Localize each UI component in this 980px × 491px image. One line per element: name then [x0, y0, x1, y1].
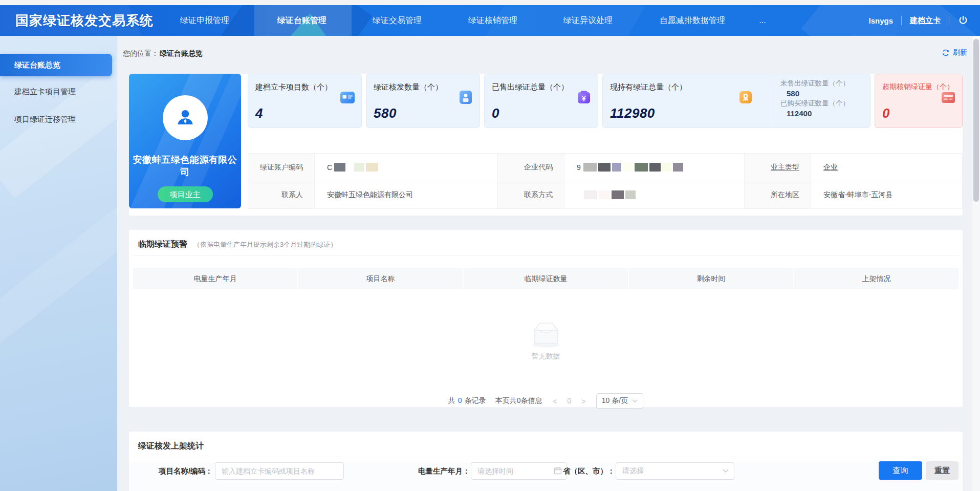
calendar-icon: [554, 466, 562, 475]
info-label: 联系方式: [498, 181, 564, 209]
next-page-button[interactable]: >: [580, 397, 587, 405]
redaction-block: [635, 163, 648, 172]
redaction-block: [662, 163, 671, 172]
redaction-block: [583, 163, 597, 172]
info-label: 业主类型: [745, 154, 811, 181]
chevron-down-icon: [723, 469, 729, 473]
column-header: 电量生产年月: [133, 268, 297, 289]
logout-power-icon[interactable]: [957, 15, 969, 26]
query-button[interactable]: 查询: [879, 461, 922, 480]
total-count: 0: [458, 396, 462, 404]
section-title: 临期绿证预警: [138, 239, 187, 250]
nav-item-more[interactable]: ...: [759, 5, 766, 36]
redaction-block: [625, 190, 636, 199]
project-filter-label: 项目名称/编码：: [159, 462, 213, 480]
sub-stat-value: 112400: [780, 109, 870, 118]
username[interactable]: lsnygs: [868, 16, 893, 25]
sidebar-decor: [0, 188, 117, 349]
scrollbar-thumb[interactable]: [973, 39, 979, 202]
nav-item-cert-writeoff[interactable]: 绿证核销管理: [468, 5, 517, 36]
project-name-input[interactable]: [215, 462, 344, 480]
info-value-company-code: 9: [564, 154, 745, 181]
sidebar-item-cert-migration[interactable]: 项目绿证迁移管理: [0, 108, 117, 131]
info-label: 所在地区: [745, 181, 811, 209]
main-content: 您的位置：绿证台账总览 刷新: [117, 36, 980, 491]
redaction-block: [584, 190, 597, 199]
info-label: 绿证账户编码: [248, 154, 315, 181]
stat-card-overdue-writeoff: 超期核销绿证量（个） 0: [875, 74, 963, 128]
pagination: 共0条记录 本页共0条信息 < 0 > 10 条/页: [133, 392, 959, 410]
redaction-block: [673, 163, 683, 172]
stat-value: 0: [882, 105, 890, 121]
current-page[interactable]: 0: [567, 397, 571, 405]
sidebar-item-ledger-overview[interactable]: 绿证台账总览: [0, 54, 112, 76]
redaction-block: [612, 190, 624, 199]
medal-icon: [738, 90, 753, 105]
month-filter-label: 电量生产年月：: [418, 462, 470, 480]
idcard-icon: [340, 90, 355, 105]
stat-card-project-count: 建档立卡项目数（个） 4: [248, 74, 362, 128]
nav-item-cert-trading[interactable]: 绿证交易管理: [373, 5, 422, 36]
province-select[interactable]: 请选择: [616, 462, 734, 480]
info-label: 企业代码: [498, 154, 564, 181]
nav-item-cert-ledger[interactable]: 绿证台账管理: [277, 5, 326, 36]
stat-label: 现持有绿证总量（个）: [610, 82, 687, 92]
divider: [901, 16, 902, 25]
role-badge: 项目业主: [158, 186, 213, 202]
column-header: 剩余时间: [629, 268, 793, 289]
red-wallet-icon: [941, 90, 956, 105]
money-bag-icon: [576, 90, 592, 105]
refresh-button[interactable]: 刷新: [942, 48, 967, 57]
redaction-block: [354, 163, 364, 172]
redaction-block: [599, 190, 610, 199]
stat-label: 绿证核发数量（个）: [374, 82, 443, 92]
production-month-input[interactable]: [471, 462, 567, 480]
page-info: 本页共0条信息: [495, 396, 542, 405]
stat-value: 112980: [610, 105, 655, 121]
scrollbar-track[interactable]: [972, 36, 980, 491]
app-title: 国家绿证核发交易系统: [15, 5, 154, 36]
issue-stats-panel: 绿证核发上架统计 项目名称/编码： 电量生产年月： 省（区、市）： 请选择 查询…: [129, 432, 963, 491]
info-value-region: 安徽省-蚌埠市-五河县: [811, 181, 963, 209]
prev-page-button[interactable]: <: [551, 397, 558, 405]
stat-value: 0: [492, 105, 499, 121]
warning-table-header: 电量生产年月 项目名称 临期绿证数量 剩余时间 上架情况: [133, 268, 959, 289]
certificate-badge-icon: [458, 90, 473, 105]
refresh-icon: [942, 49, 950, 57]
avatar: [163, 95, 208, 140]
empty-state: 暂无数据: [133, 289, 959, 392]
column-header: 临期绿证数量: [464, 268, 628, 289]
stat-card-holding-total: 现持有绿证总量（个） 112980: [602, 74, 870, 128]
redaction-block: [366, 163, 378, 172]
info-value-contact: 安徽蚌五绿色能源有限公司: [315, 181, 498, 209]
section-note: （依据电量生产年月提示剩余3个月过期的绿证）: [193, 240, 337, 249]
redaction-block: [334, 163, 345, 172]
refresh-label: 刷新: [953, 48, 967, 57]
reset-button[interactable]: 重置: [926, 461, 959, 480]
divider: [133, 255, 959, 255]
empty-box-icon: [528, 320, 564, 348]
account-overview-panel: 安徽蚌五绿色能源有限公司 项目业主 建档立卡项目数（个）: [129, 74, 963, 216]
redaction-block: [612, 163, 621, 172]
info-value-account-code: C: [315, 154, 498, 181]
expiry-warning-panel: 临期绿证预警 （依据电量生产年月提示剩余3个月过期的绿证） 电量生产年月 项目名…: [129, 230, 963, 407]
stat-label: 建档立卡项目数（个）: [255, 82, 332, 92]
sidebar: 绿证台账总览 建档立卡项目管理 项目绿证迁移管理: [0, 36, 117, 491]
nav-item-voluntary-reduction[interactable]: 自愿减排数据管理: [660, 5, 725, 36]
sidebar-item-project-mgmt[interactable]: 建档立卡项目管理: [0, 80, 117, 103]
breadcrumb-current: 绿证台账总览: [160, 49, 203, 57]
profile-link[interactable]: 建档立卡: [910, 16, 941, 26]
redaction-block: [623, 163, 633, 172]
page-size-select[interactable]: 10 条/页: [596, 393, 643, 409]
province-filter-label: 省（区、市）：: [563, 462, 615, 480]
nav-item-cert-declaration[interactable]: 绿证申报管理: [180, 5, 229, 36]
sidebar-item-label: 建档立卡项目管理: [14, 87, 76, 96]
person-icon: [172, 105, 198, 131]
info-value-owner-type: 企业: [823, 163, 838, 172]
nav-item-cert-dispute[interactable]: 绿证异议处理: [563, 5, 613, 36]
stat-cards-row: 建档立卡项目数（个） 4 绿证核发数量（个: [248, 74, 963, 128]
stat-card-sold-total: 已售出绿证总量（个） 0: [484, 74, 598, 128]
divider: [949, 16, 949, 25]
sub-stat-label: 已购买绿证数量（个）: [780, 98, 870, 109]
breadcrumb: 您的位置：绿证台账总览: [123, 49, 203, 58]
